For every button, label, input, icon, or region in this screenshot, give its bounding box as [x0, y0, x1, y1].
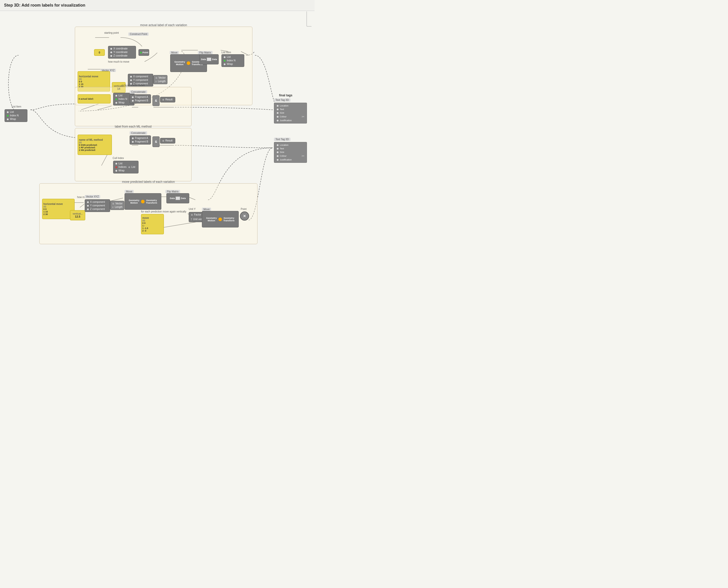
move-values-node: move (0) 0 0 1 - 1 -1.5 2 -3: [141, 214, 164, 234]
starting-point-label: starting point: [104, 31, 119, 34]
result-2-node: Result: [160, 138, 175, 144]
construct-point-label: Construct Point: [128, 33, 149, 36]
zcoord-port: Z coordinate: [113, 54, 128, 58]
flip-matrix-1-node: Data Data: [200, 54, 219, 64]
text-tag-3d-1-node: Location Text Size Colour ✂ Justificatio…: [274, 103, 307, 124]
horiz-move-2: horizontal move (0) 0 0 1 15 2 30: [42, 199, 75, 219]
list-indices-node: List IndicesList Wrap: [113, 161, 139, 173]
list-item-1-node: List Index N Wrap: [222, 54, 244, 67]
zero-node: 0: [94, 49, 105, 56]
concatenate-1-label: Concatenate: [130, 90, 147, 93]
unit-y-label: Unit Y: [189, 208, 195, 210]
for-each-label: for each prediction move again verticall…: [141, 210, 186, 213]
move-2-label: Move: [125, 190, 134, 193]
vector-output-1: Vector Length: [153, 75, 167, 84]
point-circle-node: ✕: [240, 211, 249, 220]
vector-xyz-2-label: Vector XYZ: [85, 195, 100, 198]
page-title: Step 3D: Add room labels for visualizati…: [0, 0, 314, 11]
gmt-2-node: Geometry Motion Geometry Transform: [125, 193, 161, 210]
how-much-label: how much to move: [108, 60, 129, 63]
fragment-ab-1: Fragment A Fragment B: [130, 94, 151, 103]
group-ml-label: label from each ML method name of ML met…: [75, 128, 191, 181]
construct-point-node: X coordinate Y coordinate Z coordinate: [108, 46, 136, 59]
list-item-2-node: List Index N Wrap: [4, 109, 27, 122]
xcoord-port: X coordinate: [113, 47, 128, 50]
ampersand-1-node: &: [152, 95, 160, 106]
point-label-node: Point: [139, 49, 149, 56]
actual-label-node: 0 actual label:: [78, 94, 110, 103]
group-move-predicted: move predicted labels of each variation …: [39, 183, 257, 244]
group-move-actual-label: move actual label of each variation: [140, 23, 187, 27]
list-item-2-label: List Item: [12, 105, 21, 108]
ycoord-port: Y coordinate: [113, 50, 128, 54]
final-tags-label: final tags: [279, 93, 292, 97]
ampersand-2-node: &: [152, 136, 160, 147]
ml-name-node: name of ML method (0) 0 KNN predicted: 1…: [78, 135, 112, 155]
vertical-2-node: vertical... 12.5: [70, 210, 85, 220]
move-1-label: Move: [170, 51, 179, 54]
canvas: move actual label of each variation star…: [0, 11, 312, 244]
group-actual-room-label: actual room label: [122, 84, 145, 87]
text-tag-3d-1-label: Text Tag 3D: [274, 98, 290, 102]
group-move-predicted-label: move predicted labels of each variation: [122, 180, 175, 184]
data-node-2: Data Data: [166, 193, 189, 203]
text-tag-3d-2-node: Location Text Size Colour ✂ Justificatio…: [274, 142, 307, 163]
concatenate-2-label: Concatenate: [130, 131, 147, 135]
vector-output-2: Vector Length: [110, 201, 124, 210]
result-1-node: Result: [160, 97, 175, 102]
gmt-3-node: Geometry Motion Geometry Transform: [202, 211, 239, 227]
move-3-label: Move: [202, 208, 211, 211]
group-actual-room: actual room label 0 actual label: List I…: [75, 87, 191, 126]
corner-decoration: [307, 12, 312, 27]
fragment-ab-2: Fragment A Fragment B: [130, 135, 151, 145]
list-item-1-label: List Item: [222, 51, 231, 54]
cull-index-label: Cull Index: [112, 157, 124, 160]
vector-xyz-2-node: X component Y component Z component: [85, 199, 110, 212]
flip-matrix-2-label: Flip Matrix: [165, 190, 180, 193]
group-ml-label-text: label from each ML method: [115, 125, 152, 128]
point-node-label: Point: [241, 208, 247, 210]
text-tag-3d-2-label: Text Tag 3D: [274, 138, 290, 141]
flip-matrix-1-label: Flip Matrix: [198, 51, 212, 54]
